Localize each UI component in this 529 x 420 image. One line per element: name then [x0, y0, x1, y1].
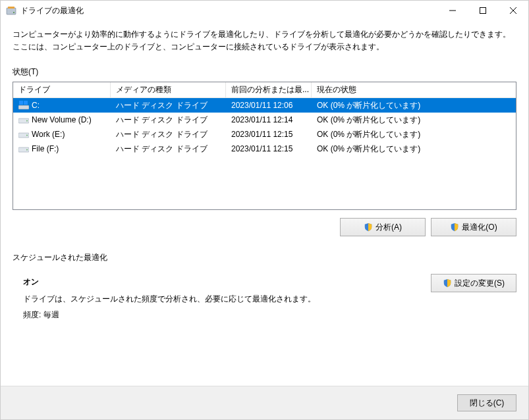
svg-rect-4 [480, 8, 486, 14]
footer: 閉じる(C) [1, 386, 528, 419]
last-run: 2023/01/11 12:14 [231, 115, 292, 124]
window-title: ドライブの最適化 [20, 5, 437, 16]
status-label: 状態(T) [13, 66, 516, 78]
change-settings-button[interactable]: 設定の変更(S) [431, 274, 516, 292]
app-icon [6, 5, 16, 16]
svg-rect-0 [7, 8, 16, 14]
close-button[interactable]: 閉じる(C) [457, 394, 516, 411]
last-run: 2023/01/11 12:15 [231, 144, 292, 153]
optimize-button[interactable]: 最適化(O) [431, 218, 516, 236]
media-type: ハード ディスク ドライブ [116, 115, 208, 126]
titlebar: ドライブの最適化 [1, 1, 528, 20]
last-run: 2023/01/11 12:15 [231, 130, 292, 139]
column-header-drive[interactable]: ドライブ [13, 82, 111, 97]
schedule-desc: ドライブは、スケジュールされた頻度で分析され、必要に応じて最適化されます。 [23, 291, 431, 307]
status-text: OK (0% が断片化しています) [317, 129, 420, 140]
schedule-heading: スケジュールされた最適化 [13, 252, 516, 263]
svg-point-14 [26, 135, 28, 136]
svg-rect-7 [18, 105, 29, 109]
column-header-status[interactable]: 現在の状態 [312, 82, 503, 97]
table-row[interactable]: New Volume (D:)ハード ディスク ドライブ2023/01/11 1… [13, 113, 516, 127]
svg-point-16 [26, 149, 28, 151]
column-header-media[interactable]: メディアの種類 [111, 82, 226, 97]
system-drive-icon [18, 101, 29, 110]
drive-name: New Volume (D:) [32, 115, 92, 124]
schedule-block: オン ドライブは、スケジュールされた頻度で分析され、必要に応じて最適化されます。… [23, 274, 516, 323]
media-type: ハード ディスク ドライブ [116, 144, 208, 155]
svg-point-12 [26, 120, 28, 122]
last-run: 2023/01/11 12:06 [231, 101, 292, 110]
column-header-last[interactable]: 前回の分析または最... [226, 82, 312, 97]
drive-list[interactable]: ドライブ メディアの種類 前回の分析または最... 現在の状態 C:ハード ディ… [13, 82, 516, 210]
hdd-icon [18, 130, 29, 139]
svg-rect-10 [19, 103, 23, 105]
svg-point-2 [13, 12, 14, 13]
list-rows: C:ハード ディスク ドライブ2023/01/11 12:06OK (0% が断… [13, 98, 516, 156]
drive-name: File (F:) [32, 144, 59, 153]
table-row[interactable]: Work (E:)ハード ディスク ドライブ2023/01/11 12:15OK… [13, 127, 516, 142]
analyze-button[interactable]: 分析(A) [340, 218, 426, 236]
main-content: コンピューターがより効率的に動作するようにドライブを最適化したり、ドライブを分析… [1, 20, 528, 386]
svg-rect-9 [24, 101, 28, 105]
list-header[interactable]: ドライブ メディアの種類 前回の分析または最... 現在の状態 [13, 82, 516, 98]
description-text: コンピューターがより効率的に動作するようにドライブを最適化したり、ドライブを分析… [13, 28, 516, 53]
drive-name: Work (E:) [32, 130, 65, 139]
shield-icon [450, 223, 459, 232]
shield-icon [364, 223, 373, 232]
table-row[interactable]: C:ハード ディスク ドライブ2023/01/11 12:06OK (0% が断… [13, 98, 516, 113]
media-type: ハード ディスク ドライブ [116, 129, 208, 140]
status-text: OK (0% が断片化しています) [317, 144, 420, 155]
status-text: OK (0% が断片化しています) [317, 100, 420, 111]
optimize-button-label: 最適化(O) [462, 222, 497, 233]
change-settings-button-label: 設定の変更(S) [455, 278, 505, 289]
hdd-icon [18, 144, 29, 153]
hdd-icon [18, 115, 29, 124]
analyze-button-label: 分析(A) [376, 222, 402, 233]
drive-name: C: [32, 101, 40, 110]
minimize-button[interactable] [437, 1, 468, 20]
media-type: ハード ディスク ドライブ [116, 100, 208, 111]
shield-icon [443, 278, 452, 288]
svg-rect-1 [8, 7, 14, 9]
table-row[interactable]: File (F:)ハード ディスク ドライブ2023/01/11 12:15OK… [13, 142, 516, 156]
action-buttons: 分析(A) 最適化(O) [13, 218, 516, 236]
window-controls [437, 1, 528, 20]
status-text: OK (0% が断片化しています) [317, 115, 420, 126]
schedule-frequency: 頻度: 毎週 [23, 307, 431, 323]
close-window-button[interactable] [498, 1, 528, 20]
schedule-state: オン [23, 274, 431, 290]
maximize-button[interactable] [468, 1, 498, 20]
